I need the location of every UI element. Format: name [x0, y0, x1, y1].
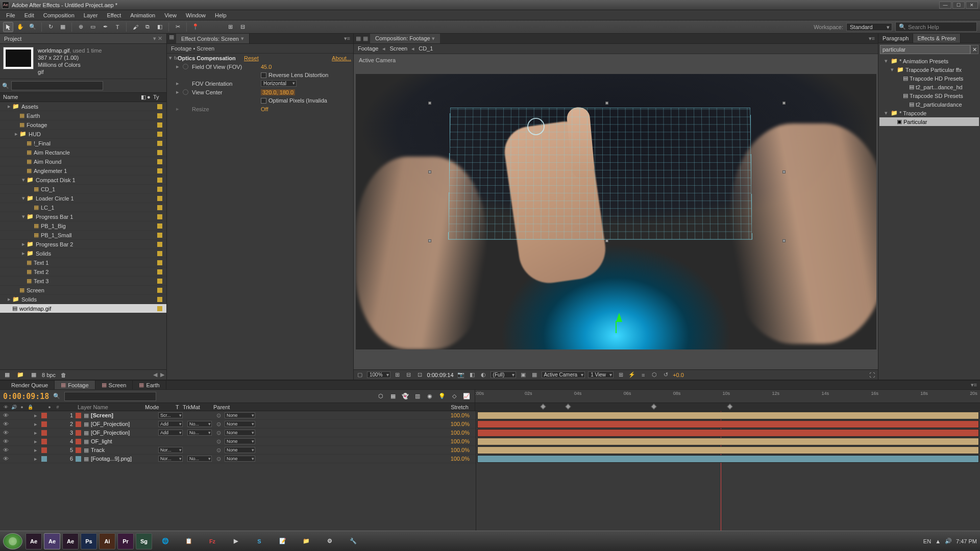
- motion-blur-icon[interactable]: ◉: [425, 391, 435, 402]
- mode-col[interactable]: Mode: [145, 404, 175, 410]
- effects-search-input[interactable]: [880, 45, 970, 54]
- visibility-toggle[interactable]: 👁: [2, 421, 9, 427]
- project-item[interactable]: ▦!_Final: [0, 139, 166, 148]
- menu-file[interactable]: File: [2, 11, 19, 19]
- project-item[interactable]: ▾📁Loader Circle 1: [0, 194, 166, 203]
- menu-animation[interactable]: Animation: [126, 11, 159, 19]
- comp-mini-flowchart-icon[interactable]: ⬡: [376, 391, 386, 402]
- effect-name[interactable]: Optics Compensation: [178, 55, 244, 61]
- explorer-icon[interactable]: 📁: [296, 533, 316, 549]
- reset-link[interactable]: Reset: [244, 55, 259, 61]
- preset-item[interactable]: ▤t2_particulardance: [879, 100, 979, 109]
- composition-viewer[interactable]: Active Camera: [354, 54, 878, 369]
- camera-tool[interactable]: ▦: [58, 22, 68, 32]
- layer-row[interactable]: 👁▸3▦[OF_Projection]AddNo...⊙None100.0%: [0, 429, 476, 437]
- preset-item[interactable]: ▾📁* Animation Presets: [879, 57, 979, 65]
- timeline-tab[interactable]: ▦ Footage: [55, 381, 95, 389]
- breadcrumb-item[interactable]: Screen: [389, 45, 407, 52]
- filezilla-icon[interactable]: Fz: [202, 533, 223, 549]
- project-item[interactable]: ▦Footage: [0, 120, 166, 130]
- brush-tool[interactable]: 🖌: [130, 22, 140, 32]
- preset-item[interactable]: ▾📁* Trapcode: [879, 109, 979, 117]
- camera-dropdown[interactable]: Active Camera: [542, 371, 585, 378]
- taskbar-app-pr[interactable]: Pr: [117, 533, 134, 549]
- app2-icon[interactable]: 🔧: [343, 533, 363, 549]
- layer-bar[interactable]: [477, 438, 979, 445]
- property-value[interactable]: Off: [261, 106, 268, 112]
- column-type[interactable]: Ty: [153, 94, 163, 101]
- player-icon[interactable]: ▶: [226, 533, 246, 549]
- clear-search-icon[interactable]: ✕: [970, 45, 978, 54]
- selection-tool[interactable]: [3, 22, 13, 32]
- menu-window[interactable]: Window: [182, 11, 210, 19]
- skype-icon[interactable]: S: [249, 533, 270, 549]
- snap-toggle-2[interactable]: ⊟: [237, 22, 248, 32]
- project-item[interactable]: ▾📁Progress Bar 1: [0, 212, 166, 221]
- taskbar-app-ae[interactable]: Ae: [62, 533, 79, 549]
- paragraph-tab[interactable]: Paragraph: [878, 34, 913, 43]
- bpc-toggle[interactable]: 8 bpc: [42, 372, 56, 378]
- project-search-input[interactable]: [11, 81, 103, 90]
- panel-menu-icon[interactable]: ▦: [354, 35, 363, 42]
- eraser-tool[interactable]: ◧: [155, 22, 165, 32]
- color-mgmt-icon[interactable]: ◐: [479, 371, 487, 379]
- magnification-dropdown[interactable]: 100%: [367, 371, 390, 378]
- time-ruler[interactable]: :00s02s04s06s08s10s12s14s16s18s20s: [475, 390, 980, 403]
- draft-3d-icon[interactable]: ▦: [388, 391, 398, 402]
- layer-row[interactable]: 👁▸6▦[Footag...9].png]Nor...No...⊙None100…: [0, 455, 476, 463]
- resolution-icon[interactable]: ⊞: [394, 371, 402, 379]
- effect-controls-tab[interactable]: Effect Controls: Screen ▾: [176, 34, 250, 43]
- property-value[interactable]: 45.0: [261, 64, 272, 70]
- tray-icon[interactable]: ▲: [935, 538, 941, 544]
- timeline-icon[interactable]: ≡: [639, 371, 647, 379]
- language-indicator[interactable]: EN: [923, 538, 931, 544]
- pen-tool[interactable]: ✒: [100, 22, 110, 32]
- panel-options-icon[interactable]: ▾≡: [968, 381, 980, 389]
- layer-bar[interactable]: [477, 412, 979, 419]
- project-item[interactable]: ▸📁HUD: [0, 130, 166, 139]
- column-name[interactable]: Name: [3, 94, 141, 101]
- clone-tool[interactable]: ⧉: [142, 22, 153, 32]
- interpret-footage-icon[interactable]: ▦: [2, 370, 12, 380]
- layer-row[interactable]: 👁▸2▦[OF_Projection]AddNo...⊙None100.0%: [0, 420, 476, 429]
- views-dropdown[interactable]: 1 View: [588, 371, 614, 378]
- layer-bar[interactable]: [477, 420, 979, 428]
- composition-tab[interactable]: Composition: Footage ▾: [370, 34, 440, 43]
- preset-item[interactable]: ▤Trapcode HD Presets: [879, 74, 979, 83]
- parent-col[interactable]: Parent: [213, 404, 254, 410]
- timeline-tab[interactable]: Render Queue: [5, 381, 55, 389]
- grid-icon[interactable]: ⊟: [405, 371, 413, 379]
- app-icon[interactable]: 📋: [179, 533, 199, 549]
- rotation-tool[interactable]: ↻: [45, 22, 56, 32]
- stopwatch-icon[interactable]: [183, 64, 188, 69]
- pixel-aspect-icon[interactable]: ⊞: [617, 371, 625, 379]
- fast-preview-icon[interactable]: ⚡: [628, 371, 636, 379]
- fx-icon[interactable]: fx: [174, 56, 178, 61]
- stopwatch-icon[interactable]: [183, 89, 188, 95]
- layer-bar[interactable]: [477, 429, 979, 437]
- menu-effect[interactable]: Effect: [103, 11, 125, 19]
- layer-row[interactable]: 👁▸4▦OF_light⊙None100.0%: [0, 437, 476, 446]
- menu-layer[interactable]: Layer: [80, 11, 102, 19]
- taskbar-app-ae[interactable]: Ae: [26, 533, 42, 549]
- frame-blend-icon[interactable]: ▥: [412, 391, 423, 402]
- delete-icon[interactable]: 🗑: [59, 370, 69, 380]
- project-item[interactable]: ▸📁Solids: [0, 249, 166, 258]
- project-tab[interactable]: Project▾ ✕: [0, 34, 166, 44]
- maximize-icon[interactable]: ⛶: [868, 371, 876, 379]
- column-tag-icon[interactable]: ●: [147, 94, 153, 101]
- project-item[interactable]: ▦Aim Round: [0, 157, 166, 166]
- layer-bar[interactable]: [477, 455, 979, 463]
- close-button[interactable]: ✕: [966, 2, 978, 9]
- preset-item[interactable]: ▣Particular: [879, 117, 979, 126]
- project-item[interactable]: ▦Text 1: [0, 258, 166, 267]
- layer-row[interactable]: 👁▸5▦TrackNor...⊙None100.0%: [0, 446, 476, 455]
- resolution-dropdown[interactable]: (Full): [491, 371, 516, 378]
- new-folder-icon[interactable]: 📁: [15, 370, 26, 380]
- settings-icon[interactable]: ⚙: [320, 533, 340, 549]
- visibility-toggle[interactable]: 👁: [2, 447, 9, 453]
- menu-view[interactable]: View: [160, 11, 181, 19]
- timeline-tab[interactable]: ▦ Screen: [95, 381, 133, 389]
- project-item[interactable]: ▦LC_1: [0, 203, 166, 212]
- menu-composition[interactable]: Composition: [39, 11, 79, 19]
